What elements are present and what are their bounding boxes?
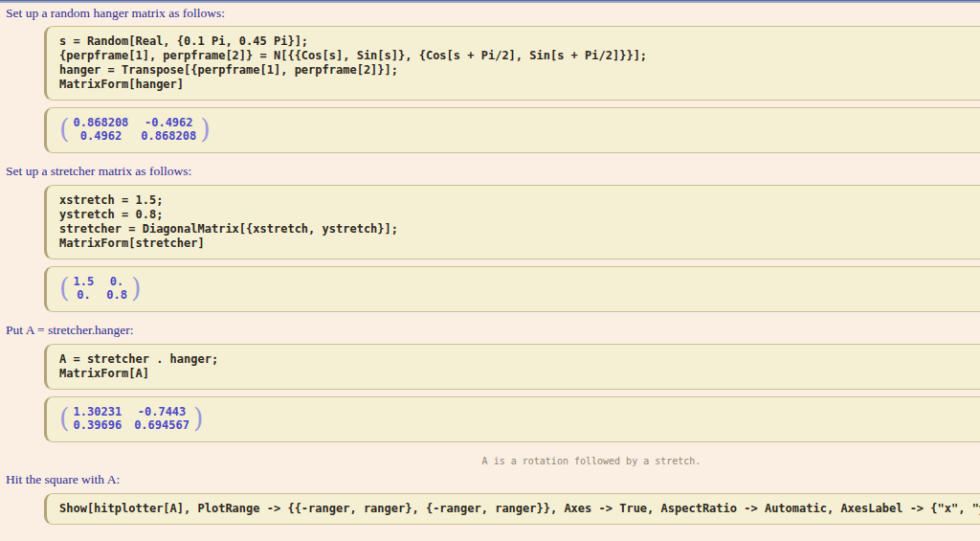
matrix-grid: 0.868208 -0.4962 0.4962 0.868208 <box>74 116 197 143</box>
output-note: A is a rotation followed by a stretch. <box>0 456 980 467</box>
matrix-cell: 1.5 <box>74 275 95 288</box>
matrix-cell: 0.4962 <box>80 129 122 143</box>
notebook-page: { "colors": { "page_bg": "#fbeee3", "cel… <box>0 0 980 541</box>
section-stretcher: Set up a stretcher matrix as follows: xs… <box>0 164 980 312</box>
input-cell[interactable]: Show[hitplotter[A], PlotRange -> {{-rang… <box>44 493 980 525</box>
window-top-border <box>0 0 980 3</box>
matrix-cell: -0.7443 <box>138 405 187 418</box>
left-paren: ( <box>59 404 70 432</box>
right-paren: ) <box>131 274 142 302</box>
matrix-cell: 0. <box>77 288 90 302</box>
text-cell-heading[interactable]: Set up a random hanger matrix as follows… <box>6 6 980 21</box>
code-line: ystretch = 0.8; <box>59 208 980 222</box>
matrix-cell: 0.868208 <box>74 116 129 129</box>
left-paren: ( <box>59 115 70 143</box>
matrix-output: ( 0.868208 -0.4962 0.4962 0.868208 ) <box>59 116 211 143</box>
section-hanger: Set up a random hanger matrix as follows… <box>0 6 980 153</box>
code-line: xstretch = 1.5; <box>59 193 980 208</box>
matrix-grid: 1.5 0. 0. 0.8 <box>74 275 127 302</box>
text-cell-heading[interactable]: Hit the square with A: <box>6 472 980 487</box>
matrix-cell: 0. <box>110 275 123 288</box>
code-line: {perpframe[1], perpframe[2]} = N[{{Cos[s… <box>59 49 980 63</box>
matrix-cell: 0.694567 <box>134 418 189 432</box>
right-paren: ) <box>200 115 211 143</box>
right-paren: ) <box>193 404 204 432</box>
matrix-cell: 0.868208 <box>141 129 196 143</box>
left-paren: ( <box>59 274 70 302</box>
matrix-cell: 0.8 <box>106 288 127 302</box>
text-cell-heading[interactable]: Put A = stretcher.hanger: <box>6 323 980 338</box>
code-line: Show[hitplotter[A], PlotRange -> {{-rang… <box>59 502 980 516</box>
code-line: MatrixForm[stretcher] <box>59 237 980 251</box>
code-line: MatrixForm[A] <box>59 367 980 381</box>
code-line: s = Random[Real, {0.1 Pi, 0.45 Pi}]; <box>59 34 980 49</box>
input-cell[interactable]: A = stretcher . hanger; MatrixForm[A] <box>44 344 980 390</box>
code-line: hanger = Transpose[{perpframe[1], perpfr… <box>59 63 980 78</box>
code-line: A = stretcher . hanger; <box>59 352 980 367</box>
matrix-cell: 1.30231 <box>74 405 122 418</box>
matrix-cell: 0.39696 <box>74 418 122 432</box>
section-hit-square: Hit the square with A: Show[hitplotter[A… <box>0 472 980 525</box>
matrix-output: ( 1.30231 -0.7443 0.39696 0.694567 ) <box>59 405 203 432</box>
output-cell: ( 1.30231 -0.7443 0.39696 0.694567 ) <box>44 396 980 442</box>
input-cell[interactable]: xstretch = 1.5; ystretch = 0.8; stretche… <box>44 185 980 259</box>
matrix-grid: 1.30231 -0.7443 0.39696 0.694567 <box>74 405 189 432</box>
text-cell-heading[interactable]: Set up a stretcher matrix as follows: <box>6 164 980 179</box>
code-line: MatrixForm[hanger] <box>59 78 980 92</box>
matrix-output: ( 1.5 0. 0. 0.8 ) <box>59 275 141 302</box>
output-cell: ( 1.5 0. 0. 0.8 ) <box>44 266 980 312</box>
code-line: stretcher = DiagonalMatrix[{xstretch, ys… <box>59 222 980 237</box>
output-cell: ( 0.868208 -0.4962 0.4962 0.868208 ) <box>44 107 980 153</box>
section-a-matrix: Put A = stretcher.hanger: A = stretcher … <box>0 323 980 467</box>
input-cell[interactable]: s = Random[Real, {0.1 Pi, 0.45 Pi}]; {pe… <box>44 26 980 101</box>
matrix-cell: -0.4962 <box>145 116 193 129</box>
